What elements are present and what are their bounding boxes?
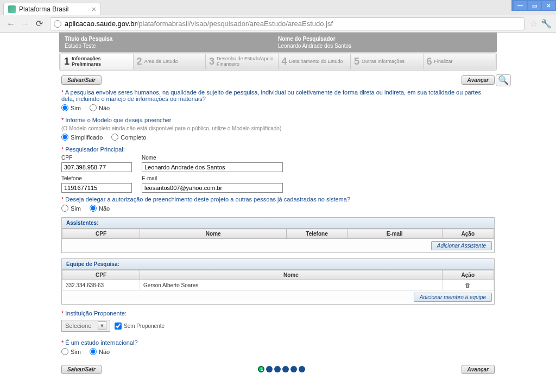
- chevron-down-icon: ▼: [98, 321, 106, 330]
- back-button[interactable]: ←: [4, 17, 17, 30]
- nome-label: Nome: [142, 155, 283, 161]
- q1-nao-radio[interactable]: Não: [90, 104, 110, 111]
- q1-label: * A pesquisa envolve seres humanos, na q…: [61, 89, 495, 102]
- equipe-title: Equipe de Pesquisa:: [62, 259, 494, 270]
- favicon-icon: [8, 5, 16, 13]
- step-pager: 1: [258, 366, 305, 372]
- research-header: Título da Pesquisa Estudo Teste Nome do …: [59, 33, 497, 52]
- cpf-input[interactable]: [61, 162, 132, 172]
- assistentes-table: CPF Nome Telefone E-mail Ação: [62, 229, 494, 239]
- telefone-label: Telefone: [61, 175, 132, 181]
- pager-dot-2[interactable]: [266, 366, 273, 372]
- email-input[interactable]: [142, 183, 283, 193]
- url-input[interactable]: aplicacao.saude.gov.br/plataformabrasil/…: [50, 17, 525, 30]
- equipe-panel: Equipe de Pesquisa: CPF Nome Ação 332.33…: [61, 258, 495, 305]
- instituicao-label: * Instituição Proponente:: [61, 310, 495, 317]
- url-text: aplicacao.saude.gov.br/plataformabrasil/…: [65, 20, 333, 28]
- delegar-nao-radio[interactable]: Não: [90, 205, 110, 212]
- globe-icon: [54, 20, 61, 28]
- close-button[interactable]: ✕: [542, 1, 555, 10]
- address-bar: ← → ⟳ aplicacao.saude.gov.br/plataformab…: [0, 15, 556, 33]
- eq-col-nome: Nome: [140, 270, 443, 280]
- maximize-button[interactable]: ▭: [528, 1, 541, 10]
- col-acao: Ação: [442, 229, 494, 239]
- titulo-value: Estudo Teste: [65, 43, 278, 49]
- q2-simplificado-radio[interactable]: Simplificado: [61, 134, 103, 141]
- equipe-table: CPF Nome Ação 332.334.638-63 Gerson Albe…: [62, 270, 494, 290]
- col-nome: Nome: [140, 229, 287, 239]
- col-email: E-mail: [347, 229, 442, 239]
- pager-dot-5[interactable]: [290, 366, 297, 372]
- minimize-button[interactable]: —: [514, 1, 527, 10]
- bookmark-icon[interactable]: ☆: [530, 18, 538, 29]
- wizard-step-1[interactable]: 1Informações Preliminares: [61, 54, 134, 69]
- tab-close-icon[interactable]: ×: [92, 5, 96, 14]
- pager-dot-3[interactable]: [274, 366, 281, 372]
- settings-wrench-icon[interactable]: 🔧: [541, 18, 552, 29]
- avancar-button-bottom[interactable]: Avançar: [462, 365, 495, 374]
- tab-bar: Plataforma Brasil ×: [0, 0, 556, 15]
- browser-tab[interactable]: Plataforma Brasil ×: [3, 3, 101, 15]
- cpf-label: CPF: [61, 155, 132, 161]
- sem-proponente-checkbox[interactable]: Sem Proponente: [115, 323, 165, 330]
- instituicao-select[interactable]: Selecione▼: [61, 320, 110, 332]
- forward-button[interactable]: →: [18, 17, 31, 30]
- q2-label: * Informe o Modelo que deseja preencher: [61, 117, 495, 123]
- intl-nao-radio[interactable]: Não: [90, 348, 110, 355]
- intl-sim-radio[interactable]: Sim: [61, 348, 81, 355]
- eq-col-acao: Ação: [442, 270, 494, 280]
- titulo-label: Título da Pesquisa: [65, 36, 278, 42]
- salvar-sair-button-bottom[interactable]: Salvar/Sair: [61, 365, 102, 374]
- delete-icon[interactable]: 🗑: [465, 282, 471, 288]
- eq-nome: Gerson Alberto Soares: [140, 280, 443, 290]
- nome-input[interactable]: [142, 162, 283, 172]
- pager-dot-6[interactable]: [299, 366, 305, 372]
- pager-dot-1[interactable]: 1: [258, 366, 264, 372]
- avancar-button-top[interactable]: Avançar: [462, 75, 495, 85]
- wizard-step-5[interactable]: 5Outras Informações: [351, 54, 424, 69]
- table-row: 332.334.638-63 Gerson Alberto Soares 🗑: [62, 280, 494, 290]
- internacional-label: * É um estudo internacional?: [61, 339, 495, 346]
- pesquisador-value: Leonardo Andrade dos Santos: [278, 43, 491, 49]
- assistentes-title: Assistentes:: [62, 218, 494, 229]
- pager-dot-4[interactable]: [282, 366, 289, 372]
- eq-col-cpf: CPF: [62, 270, 140, 280]
- col-tel: Telefone: [287, 229, 347, 239]
- telefone-input[interactable]: [61, 183, 132, 193]
- col-cpf: CPF: [62, 229, 140, 239]
- wizard-steps: 1Informações Preliminares 2Área de Estud…: [59, 52, 497, 71]
- q2-completo-radio[interactable]: Completo: [111, 134, 146, 141]
- delegar-label: * Deseja delegar a autorização de preenc…: [61, 196, 495, 203]
- wizard-step-6[interactable]: 6Finalizar: [424, 54, 496, 69]
- eq-cpf: 332.334.638-63: [62, 280, 140, 290]
- assistentes-panel: Assistentes: CPF Nome Telefone E-mail Aç…: [61, 217, 495, 253]
- window-controls: — ▭ ✕: [511, 0, 556, 11]
- add-assistente-button[interactable]: Adicionar Assistente: [431, 241, 492, 250]
- wizard-step-2[interactable]: 2Área de Estudo: [134, 54, 206, 69]
- q1-sim-radio[interactable]: Sim: [61, 104, 81, 111]
- pesquisador-principal-label: * Pesquisador Principal:: [61, 146, 495, 153]
- email-label: E-mail: [142, 175, 283, 181]
- delegar-sim-radio[interactable]: Sim: [61, 205, 81, 212]
- pesquisador-label: Nome do Pesquisador: [278, 36, 491, 42]
- add-membro-button[interactable]: Adicionar membro à equipe: [414, 293, 492, 302]
- search-icon[interactable]: 🔍: [496, 74, 511, 86]
- salvar-sair-button-top[interactable]: Salvar/Sair: [61, 75, 102, 85]
- reload-button[interactable]: ⟳: [33, 17, 46, 30]
- wizard-step-4[interactable]: 4Detalhamento do Estudo: [279, 54, 351, 69]
- tab-title: Plataforma Brasil: [19, 5, 68, 13]
- wizard-step-3[interactable]: 3Desenho de Estudo/Apoio Financeiro: [206, 54, 279, 69]
- q2-hint: (O Modelo completo ainda não está dispon…: [61, 125, 495, 131]
